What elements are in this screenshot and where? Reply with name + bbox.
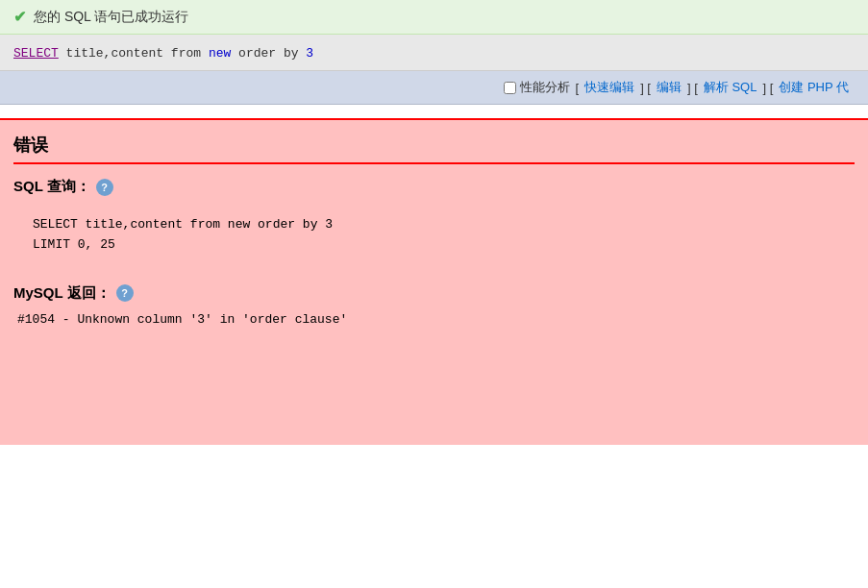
options-bar: 性能分析 [ 快速编辑 ] [ 编辑 ] [ 解析 SQL ] [ 创建 PHP… <box>0 71 868 105</box>
kw-select: SELECT <box>13 46 59 61</box>
spacer <box>0 105 868 118</box>
success-text: 您的 SQL 语句已成功运行 <box>34 9 188 26</box>
sql-query-section: SQL 查询： ? SELECT title,content from new … <box>13 178 855 265</box>
mysql-return-label-text: MySQL 返回： <box>13 284 111 303</box>
mysql-return-help-icon[interactable]: ? <box>116 284 134 302</box>
mysql-return-section: MySQL 返回： ? #1054 - Unknown column '3' i… <box>13 284 855 327</box>
sql-query-help-icon[interactable]: ? <box>96 179 113 196</box>
create-php-link[interactable]: 创建 PHP 代 <box>779 79 849 96</box>
error-title: 错误 <box>13 134 855 164</box>
error-section: 错误 SQL 查询： ? SELECT title,content from n… <box>0 118 868 445</box>
success-bar: ✔ 您的 SQL 语句已成功运行 <box>0 0 868 35</box>
mysql-return-label: MySQL 返回： ? <box>13 284 855 303</box>
performance-analysis-label: 性能分析 <box>520 79 570 96</box>
parse-sql-link[interactable]: 解析 SQL <box>704 79 757 96</box>
success-icon: ✔ <box>13 8 26 26</box>
query-bar: SELECT title,content from new order by 3 <box>0 35 868 71</box>
sql-code-block: SELECT title,content from new order by 3… <box>13 206 855 265</box>
query-display: SELECT title,content from new order by 3 <box>13 46 313 61</box>
error-message: #1054 - Unknown column '3' in 'order cla… <box>13 312 855 327</box>
edit-link[interactable]: 编辑 <box>657 79 682 96</box>
performance-analysis-checkbox-label[interactable]: 性能分析 <box>504 79 570 96</box>
sql-query-label: SQL 查询： ? <box>13 178 855 196</box>
sql-code-line2: LIMIT 0, 25 <box>33 235 835 256</box>
sql-code-line1: SELECT title,content from new order by 3 <box>33 215 835 235</box>
quick-edit-link[interactable]: 快速编辑 <box>584 79 634 96</box>
sql-query-label-text: SQL 查询： <box>13 178 90 196</box>
performance-analysis-checkbox[interactable] <box>504 82 516 94</box>
